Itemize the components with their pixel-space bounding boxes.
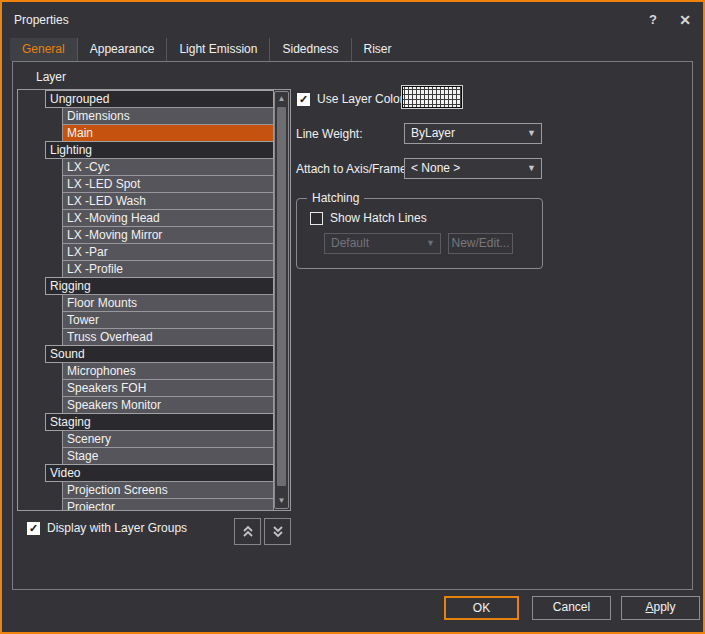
hatch-pattern-dropdown[interactable]: Default ▼ [324,233,441,254]
layer-row-label: LX -LED Wash [67,194,146,208]
layer-row-label: Main [67,126,93,140]
layer-row[interactable]: Truss Overhead [62,328,274,346]
checkbox-checked-icon[interactable]: ✓ [297,93,310,106]
layer-group-row[interactable]: Sound [45,345,274,363]
layer-row-label: Scenery [67,432,111,446]
layer-row-label: Lighting [50,143,92,157]
layer-row-label: Stage [67,449,98,463]
layer-row-label: Tower [67,313,99,327]
line-weight-value: ByLayer [411,126,455,140]
tab-label: Appearance [90,42,155,56]
tree-scrollbar[interactable]: ▲ ▼ [274,91,289,509]
layer-row-label: Truss Overhead [67,330,153,344]
ok-button-label: OK [473,601,490,615]
show-hatch-lines-label: Show Hatch Lines [330,211,427,225]
help-icon[interactable]: ? [642,10,664,30]
layer-row-label: Staging [50,415,91,429]
layer-row[interactable]: LX -Moving Mirror [62,226,274,244]
line-weight-label: Line Weight: [296,127,363,141]
layer-row-label: Rigging [50,279,91,293]
layer-row[interactable]: LX -LED Spot [62,175,274,193]
layer-row[interactable]: Speakers FOH [62,379,274,397]
use-layer-color-checkbox[interactable]: ✓ Use Layer Color [297,92,404,106]
hatch-pattern-value: Default [331,236,369,250]
layer-row[interactable]: Floor Mounts [62,294,274,312]
attach-axis-dropdown[interactable]: < None > ▼ [404,158,542,179]
layer-section-label: Layer [36,70,66,84]
layer-row-label: Projection Screens [67,483,168,497]
dialog-title: Properties [14,13,69,27]
tab-label: Sidedness [282,42,338,56]
checkbox-checked-icon[interactable]: ✓ [27,522,40,535]
layer-row[interactable]: LX -Profile [62,260,274,278]
attach-axis-label: Attach to Axis/Frame: [296,162,410,176]
tab-label: Riser [364,42,392,56]
layer-row[interactable]: Scenery [62,430,274,448]
scroll-down-icon[interactable]: ▼ [275,496,288,506]
double-chevron-up-icon [241,525,255,538]
apply-button[interactable]: Apply [621,596,700,620]
layer-group-row[interactable]: Lighting [45,141,274,159]
layer-row[interactable]: Main [62,124,274,142]
tab-label: Light Emission [179,42,257,56]
layer-group-row[interactable]: Ungrouped [45,90,274,108]
checkbox-unchecked-icon[interactable] [310,212,323,225]
layer-row-label: Microphones [67,364,136,378]
display-with-layer-groups-label: Display with Layer Groups [47,521,187,535]
layer-row-label: Dimensions [67,109,130,123]
layer-row-label: Projector [67,500,115,511]
tab-label: General [22,42,65,56]
expand-all-button[interactable] [264,518,291,545]
layer-row-label: LX -Par [67,245,108,259]
layer-row[interactable]: Projector [62,498,274,511]
layer-row-label: Floor Mounts [67,296,137,310]
new-edit-button[interactable]: New/Edit... [448,233,513,254]
layer-row[interactable]: Dimensions [62,107,274,125]
tab-general[interactable]: General [10,38,77,61]
tab-sidedness[interactable]: Sidedness [269,38,350,61]
layer-row[interactable]: Projection Screens [62,481,274,499]
title-bar[interactable]: Properties ? ✕ [2,2,703,36]
layer-row-label: Video [50,466,80,480]
layer-color-swatch[interactable] [402,86,462,108]
hatching-group: Hatching Show Hatch Lines Default ▼ New/… [296,198,543,269]
layer-row[interactable]: Stage [62,447,274,465]
layer-row-label: LX -Profile [67,262,123,276]
collapse-all-button[interactable] [234,518,261,545]
layer-row[interactable]: LX -Moving Head [62,209,274,227]
attach-axis-value: < None > [411,161,460,175]
layer-row-label: LX -Cyc [67,160,110,174]
layer-row-label: LX -LED Spot [67,177,140,191]
new-edit-button-label: New/Edit... [451,236,509,250]
apply-button-label: Apply [645,597,675,617]
line-weight-dropdown[interactable]: ByLayer ▼ [404,123,542,144]
show-hatch-lines-checkbox[interactable]: Show Hatch Lines [310,211,427,225]
layer-group-row[interactable]: Rigging [45,277,274,295]
cancel-button-label: Cancel [553,600,590,614]
dropdown-arrow-icon: ▼ [527,159,536,178]
ok-button[interactable]: OK [444,596,519,620]
layer-row-label: Ungrouped [50,92,109,106]
layer-row[interactable]: LX -Par [62,243,274,261]
scroll-up-icon[interactable]: ▲ [275,94,288,104]
cancel-button[interactable]: Cancel [532,596,611,620]
layer-row[interactable]: Microphones [62,362,274,380]
layer-row[interactable]: Tower [62,311,274,329]
layer-tree[interactable]: UngroupedDimensionsMainLightingLX -CycLX… [17,89,291,511]
hatching-group-title: Hatching [307,191,364,205]
tab-riser[interactable]: Riser [351,38,404,61]
tab-appearance[interactable]: Appearance [77,38,167,61]
layer-row-label: Sound [50,347,85,361]
layer-row[interactable]: LX -Cyc [62,158,274,176]
scrollbar-thumb[interactable] [277,107,286,486]
dropdown-arrow-icon: ▼ [527,124,536,143]
layer-row[interactable]: LX -LED Wash [62,192,274,210]
layer-row[interactable]: Speakers Monitor [62,396,274,414]
layer-group-row[interactable]: Video [45,464,274,482]
close-icon[interactable]: ✕ [674,10,696,30]
double-chevron-down-icon [271,525,285,538]
tab-bar: GeneralAppearanceLight EmissionSidedness… [10,38,404,61]
display-with-layer-groups-checkbox[interactable]: ✓ Display with Layer Groups [27,521,187,535]
layer-group-row[interactable]: Staging [45,413,274,431]
tab-light-emission[interactable]: Light Emission [166,38,269,61]
